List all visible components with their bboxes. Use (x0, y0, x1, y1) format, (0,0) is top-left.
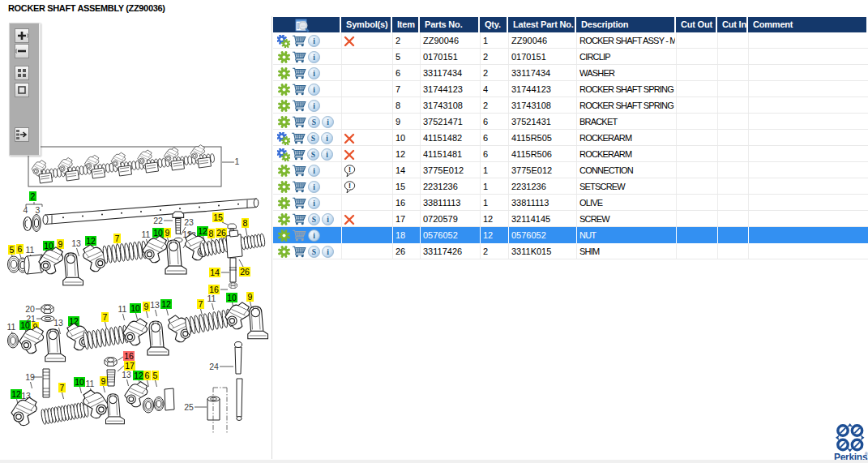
svg-text:17: 17 (125, 361, 135, 371)
svg-text:12: 12 (11, 389, 21, 399)
svg-text:i: i (326, 151, 328, 159)
svg-text:9: 9 (248, 292, 253, 302)
svg-text:10: 10 (153, 228, 163, 238)
svg-text:14: 14 (210, 268, 220, 277)
svg-text:13: 13 (122, 370, 131, 379)
svg-text:13: 13 (53, 318, 63, 328)
svg-text:10: 10 (227, 293, 237, 302)
svg-text:S: S (311, 151, 315, 159)
svg-text:13: 13 (71, 238, 81, 248)
svg-text:6: 6 (145, 371, 150, 380)
svg-text:1: 1 (235, 156, 240, 166)
svg-text:i: i (313, 167, 315, 175)
svg-text:10: 10 (130, 303, 140, 313)
svg-text:2: 2 (31, 191, 36, 201)
svg-text:15: 15 (213, 212, 223, 222)
svg-text:i: i (327, 248, 329, 256)
svg-text:!: ! (348, 165, 351, 174)
svg-text:7: 7 (115, 234, 120, 243)
svg-text:S: S (312, 216, 316, 224)
svg-text:12: 12 (161, 299, 171, 309)
svg-text:9: 9 (101, 376, 106, 386)
svg-text:11: 11 (86, 379, 95, 388)
svg-text:S: S (311, 135, 315, 143)
svg-text:10: 10 (75, 377, 84, 387)
svg-text:20: 20 (25, 304, 35, 314)
svg-text:S: S (312, 248, 316, 256)
svg-text:26: 26 (240, 267, 250, 277)
svg-text:9: 9 (144, 302, 149, 311)
svg-text:i: i (313, 183, 315, 191)
svg-text:®: ® (865, 452, 868, 457)
svg-text:i: i (313, 70, 315, 78)
svg-text:12: 12 (198, 226, 207, 236)
svg-text:12: 12 (134, 371, 143, 380)
svg-text:12: 12 (86, 236, 96, 246)
svg-text:22: 22 (153, 216, 163, 225)
svg-text:11: 11 (26, 245, 35, 255)
svg-text:i: i (313, 102, 315, 110)
svg-text:11: 11 (142, 229, 151, 239)
svg-text:10: 10 (44, 241, 53, 251)
svg-text:i: i (313, 86, 315, 94)
svg-text:11: 11 (7, 322, 16, 332)
svg-text:5: 5 (153, 371, 158, 380)
svg-text:11: 11 (118, 304, 127, 314)
svg-text:26: 26 (216, 228, 226, 238)
svg-text:7: 7 (60, 383, 65, 392)
svg-text:7: 7 (199, 299, 203, 309)
svg-text:i: i (313, 37, 315, 45)
svg-text:S: S (312, 118, 316, 126)
svg-text:i: i (326, 135, 328, 143)
svg-text:i: i (313, 232, 315, 240)
svg-text:7: 7 (103, 312, 108, 322)
svg-text:19: 19 (25, 372, 35, 382)
svg-text:21: 21 (26, 314, 36, 324)
svg-text:23: 23 (184, 217, 194, 227)
svg-text:16: 16 (124, 351, 134, 361)
svg-text:4: 4 (24, 205, 28, 215)
svg-text:5: 5 (10, 245, 15, 255)
svg-text:13: 13 (150, 300, 160, 310)
svg-text:8: 8 (209, 229, 214, 238)
svg-text:9: 9 (58, 239, 63, 249)
svg-text:24: 24 (209, 362, 219, 371)
svg-text:i: i (327, 216, 329, 224)
svg-text:8: 8 (243, 218, 248, 228)
svg-text:!: ! (348, 182, 351, 190)
svg-text:25: 25 (184, 402, 194, 412)
svg-text:i: i (313, 54, 315, 62)
svg-text:11: 11 (207, 294, 216, 303)
svg-text:i: i (313, 199, 315, 208)
svg-text:9: 9 (165, 228, 170, 238)
svg-text:i: i (327, 118, 329, 126)
svg-text:3: 3 (36, 205, 41, 215)
svg-text:6: 6 (18, 244, 23, 254)
